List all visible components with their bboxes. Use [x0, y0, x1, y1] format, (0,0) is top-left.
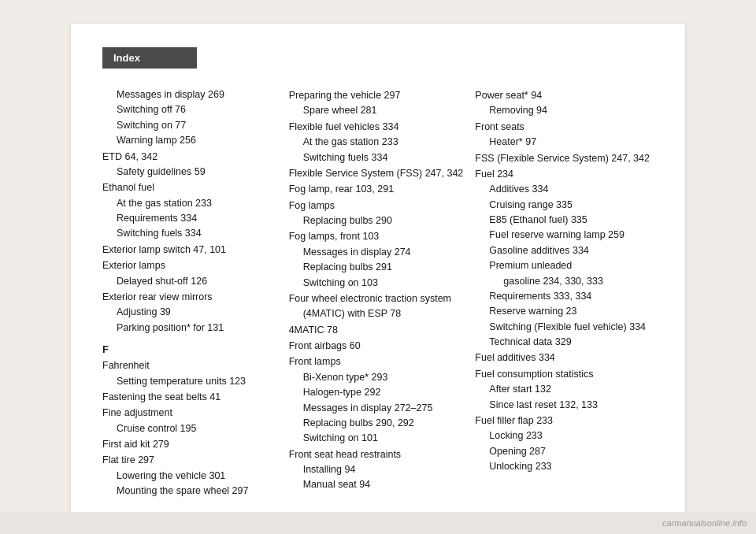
index-entry: Switching off 76	[102, 102, 281, 117]
index-entry: Fog lamp, rear 103, 291	[289, 182, 468, 197]
index-column-2: Preparing the vehicle 297Spare wheel 281…	[289, 87, 476, 493]
index-entry: 4MATIC 78	[289, 323, 468, 338]
watermark: carmanualsonline.info	[662, 518, 747, 528]
index-entry: Exterior lamp switch 47, 101	[102, 243, 281, 258]
index-entry: Manual seat 94	[289, 477, 468, 492]
page: Index Messages in display 269Switching o…	[71, 24, 685, 534]
index-entry: Additives 334	[475, 182, 654, 197]
index-entry: Halogen-type 292	[289, 385, 468, 400]
index-entry: Parking position* for 131	[102, 321, 281, 336]
index-entry: Messages in display 272–275	[289, 401, 468, 416]
index-entry: FSS (Flexible Service System) 247, 342	[475, 151, 654, 166]
index-entry: Reserve warning 23	[475, 304, 654, 319]
bottom-bar: carmanualsonline.info	[0, 512, 756, 534]
index-entry: F	[102, 342, 281, 358]
index-entry: Exterior lamps	[102, 258, 281, 273]
index-entry: Fuel consumption statistics	[475, 367, 654, 382]
index-entry: Messages in display 274	[289, 245, 468, 260]
index-entry: E85 (Ethanol fuel) 335	[475, 213, 654, 228]
index-entry: Switching fuels 334	[289, 150, 468, 165]
index-entry: Locking 233	[475, 428, 654, 443]
index-entry: Flat tire 297	[102, 453, 281, 468]
index-entry: Fastening the seat belts 41	[102, 390, 281, 405]
index-entry: ETD 64, 342	[102, 150, 281, 165]
index-entry: Preparing the vehicle 297	[289, 88, 468, 103]
index-entry: gasoline 234, 330, 333	[475, 274, 654, 289]
index-entry: Adjusting 39	[102, 305, 281, 320]
index-entry: Cruising range 335	[475, 198, 654, 213]
index-entry: First aid kit 279	[102, 437, 281, 452]
index-entry: Unlocking 233	[475, 459, 654, 474]
index-entry: Cruise control 195	[102, 421, 281, 436]
index-entry: Requirements 334	[102, 211, 281, 226]
index-entry: Mounting the spare wheel 297	[102, 484, 281, 499]
index-entry: Fuel additives 334	[475, 350, 654, 365]
index-column-3: Power seat* 94Removing 94Front seatsHeat…	[475, 87, 654, 474]
index-entry: Technical data 329	[475, 335, 654, 350]
index-entry: Requirements 333, 334	[475, 289, 654, 304]
index-entry: Removing 94	[475, 103, 654, 118]
index-entry: Fahrenheit	[102, 358, 281, 373]
index-entry: Fine adjustment	[102, 406, 281, 421]
index-entry: Fog lamps	[289, 198, 468, 213]
index-entry: (4MATIC) with ESP 78	[289, 306, 468, 321]
index-entry: Warning lamp 256	[102, 133, 281, 148]
index-entry: Replacing bulbs 290, 292	[289, 416, 468, 431]
index-entry: Premium unleaded	[475, 258, 654, 273]
index-entry: Delayed shut-off 126	[102, 274, 281, 289]
index-entry: Fuel reserve warning lamp 259	[475, 228, 654, 243]
index-entry: Front seat head restraints	[289, 447, 468, 462]
index-columns: Messages in display 269Switching off 76S…	[102, 87, 654, 499]
index-entry: At the gas station 233	[102, 196, 281, 211]
index-entry: Since last reset 132, 133	[475, 398, 654, 413]
index-entry: After start 132	[475, 382, 654, 397]
index-entry: Switching fuels 334	[102, 226, 281, 241]
index-entry: Spare wheel 281	[289, 103, 468, 118]
index-entry: Safety guidelines 59	[102, 165, 281, 180]
index-header: Index	[102, 47, 197, 69]
index-entry: Lowering the vehicle 301	[102, 469, 281, 484]
index-entry: Fuel 234	[475, 167, 654, 182]
index-entry: Replacing bulbs 291	[289, 260, 468, 275]
index-entry: Switching on 101	[289, 431, 468, 446]
index-entry: Bi-Xenon type* 293	[289, 370, 468, 385]
index-entry: Gasoline additives 334	[475, 243, 654, 258]
index-entry: Ethanol fuel	[102, 180, 281, 195]
index-entry: Switching on 77	[102, 118, 281, 133]
index-entry: Fuel filler flap 233	[475, 413, 654, 428]
index-entry: Fog lamps, front 103	[289, 229, 468, 244]
index-entry: Flexible fuel vehicles 334	[289, 120, 468, 135]
index-column-1: Messages in display 269Switching off 76S…	[102, 87, 289, 499]
index-entry: Four wheel electronic traction system	[289, 291, 468, 306]
index-entry: Power seat* 94	[475, 88, 654, 103]
index-entry: Setting temperature units 123	[102, 374, 281, 389]
index-entry: Exterior rear view mirrors	[102, 290, 281, 305]
index-entry: Heater* 97	[475, 135, 654, 150]
index-entry: Installing 94	[289, 462, 468, 477]
index-entry: Front airbags 60	[289, 339, 468, 354]
index-entry: Messages in display 269	[102, 87, 281, 102]
index-entry: At the gas station 233	[289, 135, 468, 150]
index-entry: Switching (Flexible fuel vehicle) 334	[475, 320, 654, 335]
index-entry: Switching on 103	[289, 276, 468, 291]
index-entry: Front lamps	[289, 354, 468, 369]
index-entry: Flexible Service System (FSS) 247, 342	[289, 166, 468, 181]
index-entry: Opening 287	[475, 444, 654, 459]
index-entry: Front seats	[475, 120, 654, 135]
index-entry: Replacing bulbs 290	[289, 213, 468, 228]
